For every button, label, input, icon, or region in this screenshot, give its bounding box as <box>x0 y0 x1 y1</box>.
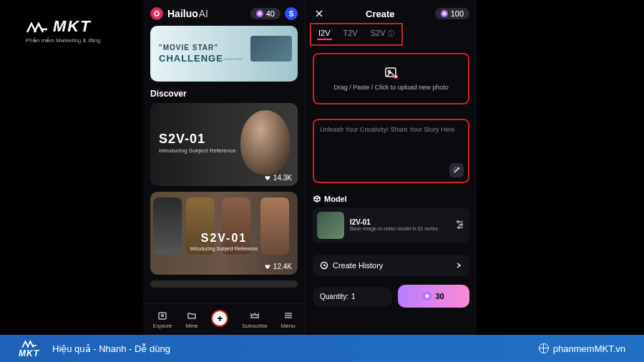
close-icon <box>315 9 323 18</box>
heart-icon <box>264 175 271 182</box>
image-upload-icon <box>384 67 399 79</box>
banner-thumb <box>250 36 292 62</box>
feed-card[interactable] <box>150 280 298 288</box>
explore-icon <box>157 310 168 321</box>
mkt-watermark-logo: MKT Phần mềm Marketing & đăng <box>26 17 101 44</box>
likes-count: 12.4K <box>273 263 292 270</box>
footer-url[interactable]: phanmemMKT.vn <box>539 343 625 354</box>
chevron-right-icon <box>455 262 462 269</box>
app-header: HailuoAI 40 S <box>143 0 305 26</box>
model-name: I2V-01 <box>350 218 449 226</box>
gem-icon <box>423 292 431 300</box>
create-bottom-row: Quantity: 1 30 <box>313 285 469 308</box>
card-subtitle: Introducing Subject Reference <box>159 147 236 154</box>
card-subtitle: Introducing Subject Reference <box>190 246 258 251</box>
create-history-row[interactable]: Create History <box>313 255 469 276</box>
card-title: S2V-01 <box>159 132 205 147</box>
feed-column: HailuoAI 40 S "MOVIE STAR" CHALLENGE—— D… <box>143 0 305 335</box>
discover-heading: Discover <box>143 89 305 103</box>
nav-label: Menu <box>281 323 296 329</box>
mode-tabs: I2V T2V S2V ⓘ <box>310 23 403 46</box>
generate-button[interactable]: 30 <box>398 285 469 308</box>
card-title: S2V-01 <box>201 232 247 245</box>
wand-icon <box>452 166 461 175</box>
footer-brand-text: MKT <box>19 348 39 358</box>
create-panel: Create 100 I2V T2V S2V ⓘ Drag / Paste / … <box>305 0 477 335</box>
nav-label: Mine <box>185 323 197 329</box>
avatar[interactable]: S <box>285 7 298 20</box>
model-thumb <box>317 212 344 239</box>
credits-value: 100 <box>451 9 464 18</box>
sliders-icon[interactable] <box>455 220 465 232</box>
folder-icon <box>186 310 197 321</box>
plus-icon: + <box>211 310 228 327</box>
gem-icon <box>256 10 263 17</box>
footer-logo: MKT <box>19 338 39 358</box>
upload-dropzone[interactable]: Drag / Paste / Click to upload new photo <box>313 53 469 104</box>
feed-list: S2V-01 Introducing Subject Reference 14.… <box>143 103 305 288</box>
quantity-label: Quantity: <box>320 293 348 300</box>
model-selector[interactable]: I2V-01 Base image-to-video model in 01 s… <box>313 207 469 243</box>
app-name: HailuoAI <box>167 8 208 19</box>
credits-pill-right[interactable]: 100 <box>435 8 469 19</box>
nav-mine[interactable]: Mine <box>182 308 200 331</box>
close-button[interactable] <box>313 7 326 20</box>
likes-pill[interactable]: 12.4K <box>264 263 292 270</box>
footer-slogan: Hiệu quả - Nhanh - Dễ dùng <box>52 343 170 354</box>
tab-i2v[interactable]: I2V <box>317 27 332 40</box>
generate-cost: 30 <box>435 292 444 300</box>
bottom-nav: Explore Mine + Subscribe Menu <box>143 303 305 335</box>
tab-t2v[interactable]: T2V <box>342 27 359 40</box>
history-label: Create History <box>333 261 383 270</box>
prompt-input[interactable]: Unleash Your Creativity! Share Your Stor… <box>313 119 469 183</box>
credits-value: 40 <box>266 9 275 18</box>
nav-label: Subscribe <box>242 323 268 329</box>
mkt-logo-icon <box>26 19 49 34</box>
svg-rect-1 <box>159 313 166 319</box>
nav-explore[interactable]: Explore <box>150 308 175 331</box>
prompt-placeholder: Unleash Your Creativity! Share Your Stor… <box>320 126 462 133</box>
nav-menu[interactable]: Menu <box>278 308 298 331</box>
svg-point-0 <box>155 11 159 16</box>
app-logo-icon <box>150 7 163 20</box>
info-icon: ⓘ <box>388 30 394 37</box>
quantity-selector[interactable]: Quantity: 1 <box>313 287 392 306</box>
create-header: Create 100 <box>306 0 477 23</box>
mkt-subtext: Phần mềm Marketing & đăng <box>26 37 101 44</box>
crown-icon <box>249 310 260 321</box>
footer-banner: MKT Hiệu quả - Nhanh - Dễ dùng phanmemMK… <box>0 335 644 362</box>
feed-card[interactable]: S2V-01 Introducing Subject Reference 14.… <box>150 103 298 186</box>
promo-banner[interactable]: "MOVIE STAR" CHALLENGE—— <box>150 26 298 82</box>
likes-pill[interactable]: 14.3K <box>264 174 292 182</box>
quantity-value: 1 <box>351 293 356 300</box>
upload-text: Drag / Paste / Click to upload new photo <box>328 84 454 91</box>
clock-icon <box>320 261 328 270</box>
nav-subscribe[interactable]: Subscribe <box>239 308 270 331</box>
tab-s2v[interactable]: S2V ⓘ <box>369 27 396 40</box>
likes-count: 14.3K <box>273 174 292 182</box>
model-description: Base image-to-video model in 01 series <box>350 226 449 232</box>
cube-icon <box>313 195 321 203</box>
menu-icon <box>283 310 294 321</box>
mkt-brand-text: MKT <box>53 17 92 36</box>
heart-icon <box>264 263 271 270</box>
model-label: Model <box>313 195 469 203</box>
create-title: Create <box>330 9 431 19</box>
model-section: Model I2V-01 Base image-to-video model i… <box>313 195 469 243</box>
magic-prompt-button[interactable] <box>449 163 464 177</box>
nav-create[interactable]: + <box>208 308 231 331</box>
credits-pill-left[interactable]: 40 <box>250 8 280 19</box>
svg-point-2 <box>161 315 163 317</box>
globe-icon <box>539 343 549 353</box>
feed-card[interactable]: S2V-01 Introducing Subject Reference 12.… <box>150 192 298 275</box>
mkt-logo-icon <box>19 338 39 348</box>
footer-url-text: phanmemMKT.vn <box>553 343 625 354</box>
nav-label: Explore <box>152 323 172 329</box>
gem-icon <box>441 10 448 17</box>
